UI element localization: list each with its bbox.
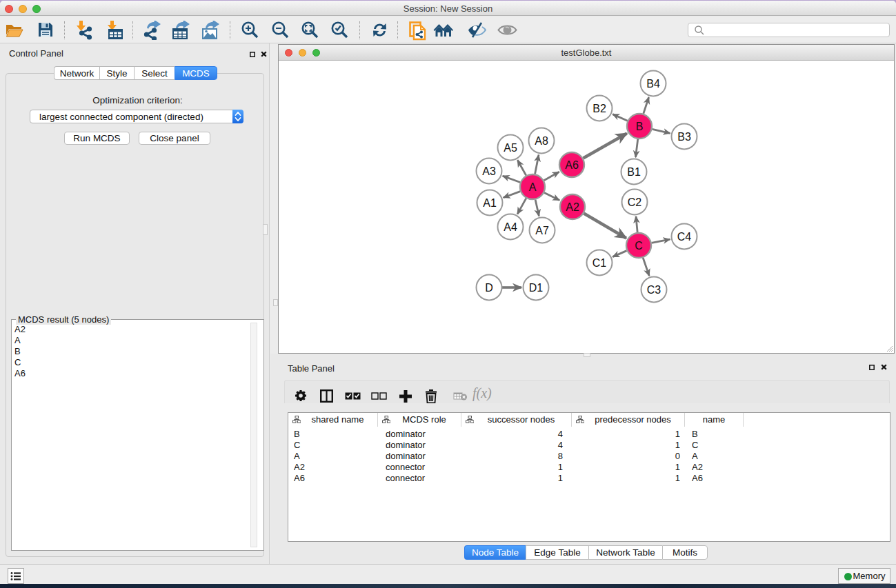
svg-text:B4: B4 [646,78,660,90]
svg-text:A1: A1 [483,197,497,209]
svg-text:B2: B2 [593,103,606,114]
svg-text:A6: A6 [565,159,579,171]
svg-text:A4: A4 [504,221,517,233]
svg-text:B1: B1 [627,166,641,178]
svg-text:B: B [636,121,644,132]
svg-text:D: D [485,282,493,294]
svg-text:A2: A2 [566,201,579,213]
svg-text:A: A [529,181,537,193]
svg-text:D1: D1 [529,282,544,294]
svg-text:A7: A7 [535,225,549,236]
svg-text:B3: B3 [677,131,691,143]
svg-text:C: C [635,240,643,252]
svg-text:A3: A3 [482,165,496,177]
svg-text:C4: C4 [677,231,692,243]
svg-text:C3: C3 [647,284,661,296]
svg-text:C1: C1 [593,257,607,269]
svg-text:A8: A8 [535,135,548,147]
svg-text:C2: C2 [628,196,642,208]
svg-text:A5: A5 [504,142,517,154]
